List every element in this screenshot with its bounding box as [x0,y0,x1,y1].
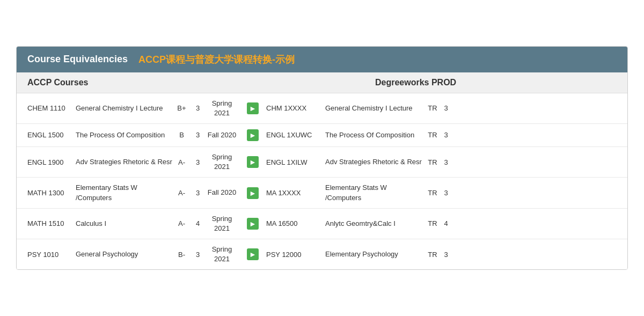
dw-tr: TR [425,158,441,166]
accp-grade: B [172,131,191,139]
accp-term: Spring 2021 [204,214,239,233]
accp-code: ENGL 1500 [27,131,76,139]
dw-tr: TR [425,219,441,227]
accp-code: MATH 1300 [27,189,76,197]
transfer-arrow-icon: ► [247,248,259,260]
header-title-white: Course Equivalencies [27,54,128,65]
accp-code: PSY 1010 [27,251,76,259]
arrow-cell: ► [239,218,266,230]
header-title-orange: ACCP课程与普渡大学课程转换-示例 [138,53,295,66]
accp-code: MATH 1510 [27,219,76,227]
table-row: ENGL 1500 The Process Of Composition B 3… [17,124,627,147]
dw-desc: Anlytc Geomtry&Calc I [325,219,425,229]
accp-term: Spring 2021 [204,152,239,172]
arrow-cell: ► [239,248,266,260]
dw-tr: TR [425,251,441,259]
accp-grade: B- [172,251,191,259]
dw-code: MA 1XXXX [266,189,325,197]
dw-tr: TR [425,131,441,139]
accp-term: Fall 2020 [204,130,239,140]
accp-desc: Adv Strategies Rhetoric & Resr [76,157,172,167]
dw-credits: 3 [441,131,451,139]
dw-credits: 3 [441,189,451,197]
dw-desc: General Chemistry I Lecture [325,104,425,113]
rows-wrapper: Leap Advanced College Credit Program CHE… [17,93,627,270]
dw-code: ENGL 1XUWC [266,131,325,139]
dw-credits: 3 [441,251,451,259]
dw-desc: Elementary Psychology [325,249,425,259]
course-equivalencies-table: Course Equivalencies ACCP课程与普渡大学课程转换-示例 … [16,46,628,270]
dw-desc: Adv Strategies Rhetoric & Resr [325,157,425,167]
accp-desc: The Process Of Composition [76,130,172,140]
dw-tr: TR [425,189,441,197]
dw-code: MA 16500 [266,219,325,227]
dw-tr: TR [425,104,441,112]
arrow-cell: ► [239,187,266,199]
accp-credits: 3 [191,251,204,259]
dw-desc: The Process Of Composition [325,130,425,140]
accp-term: Fall 2020 [204,188,239,197]
arrow-cell: ► [239,156,266,168]
arrow-cell: ► [239,129,266,141]
table-row: MATH 1300 Elementary Stats W /Computers … [17,178,627,208]
accp-term: Spring 2021 [204,245,239,264]
accp-desc: General Chemistry I Lecture [76,104,172,113]
transfer-arrow-icon: ► [247,156,259,168]
accp-grade: A- [172,158,191,166]
table-header: Course Equivalencies ACCP课程与普渡大学课程转换-示例 [17,47,627,72]
dw-column-label: Degreeworks PROD [375,78,617,87]
accp-grade: A- [172,189,191,197]
accp-code: ENGL 1900 [27,158,76,166]
column-headers-row: ACCP Courses Degreeworks PROD [17,72,627,93]
dw-credits: 3 [441,104,451,112]
transfer-arrow-icon: ► [247,218,259,230]
dw-code: ENGL 1XILW [266,158,325,166]
accp-credits: 3 [191,158,204,166]
accp-desc: Elementary Stats W /Computers [76,183,172,202]
table-row: ENGL 1900 Adv Strategies Rhetoric & Resr… [17,147,627,178]
transfer-arrow-icon: ► [247,187,259,199]
dw-desc: Elementary Stats W /Computers [325,183,425,202]
transfer-arrow-icon: ► [247,102,259,114]
accp-credits: 4 [191,219,204,227]
accp-grade: A- [172,219,191,227]
accp-column-label: ACCP Courses [27,78,375,87]
table-row: PSY 1010 General Psychology B- 3 Spring … [17,239,627,269]
accp-desc: Calculus I [76,219,172,229]
accp-credits: 3 [191,131,204,139]
accp-credits: 3 [191,189,204,197]
dw-credits: 4 [441,219,451,227]
arrow-cell: ► [239,102,266,114]
table-row: CHEM 1110 General Chemistry I Lecture B+… [17,93,627,124]
accp-term: Spring 2021 [204,99,239,118]
accp-grade: B+ [172,104,191,112]
accp-credits: 3 [191,104,204,112]
dw-code: CHM 1XXXX [266,104,325,112]
accp-desc: General Psychology [76,249,172,259]
table-row: MATH 1510 Calculus I A- 4 Spring 2021 ► … [17,209,627,239]
dw-credits: 3 [441,158,451,166]
transfer-arrow-icon: ► [247,129,259,141]
dw-code: PSY 12000 [266,251,325,259]
accp-code: CHEM 1110 [27,104,76,112]
